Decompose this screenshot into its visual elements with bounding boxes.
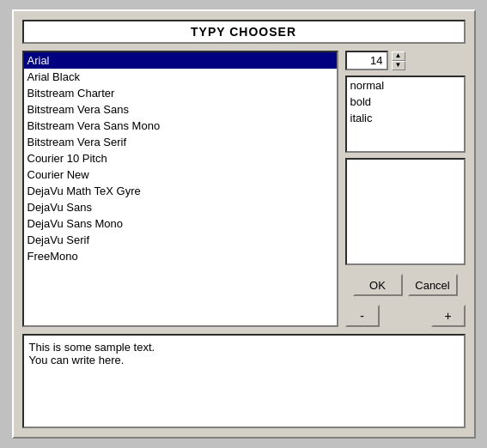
font-list-item[interactable]: DejaVu Serif [24, 232, 337, 248]
ok-button[interactable]: OK [353, 274, 403, 296]
font-list-container[interactable]: ArialArial BlackBitstream CharterBitstre… [22, 51, 338, 327]
font-list-item[interactable]: Arial [24, 52, 337, 69]
font-list-item[interactable]: DejaVu Sans [24, 199, 337, 215]
spinner-down-button[interactable]: ▼ [392, 61, 405, 70]
font-list-item[interactable]: Bitstream Vera Sans Mono [24, 118, 337, 134]
style-list-container[interactable]: normalbolditalic [345, 76, 466, 153]
plus-button[interactable]: + [431, 305, 466, 327]
style-list-item[interactable]: italic [347, 110, 464, 126]
style-list-item[interactable]: normal [347, 77, 464, 94]
preview-box [345, 158, 466, 265]
right-panel: ▲ ▼ normalbolditalic OK Cancel - + [345, 51, 466, 327]
font-list-item[interactable]: Arial Black [24, 69, 337, 85]
font-list-item[interactable]: Bitstream Charter [24, 85, 337, 101]
ok-cancel-row: OK Cancel [345, 274, 466, 296]
font-list-item[interactable]: Courier 10 Pitch [24, 150, 337, 166]
sample-text-area[interactable]: This is some sample text. You can write … [22, 334, 466, 428]
spinner: ▲ ▼ [392, 51, 405, 70]
spinner-up-button[interactable]: ▲ [392, 51, 405, 61]
font-list: ArialArial BlackBitstream CharterBitstre… [24, 52, 337, 264]
font-list-item[interactable]: DejaVu Sans Mono [24, 215, 337, 232]
font-list-item[interactable]: Bitstream Vera Serif [24, 134, 337, 150]
minus-button[interactable]: - [345, 305, 380, 327]
plus-minus-row: - + [345, 305, 466, 327]
size-input[interactable] [345, 51, 388, 70]
dialog-title: TYPY CHOOSER [191, 25, 296, 39]
style-list: normalbolditalic [347, 77, 464, 126]
style-list-item[interactable]: bold [347, 94, 464, 110]
dialog: TYPY CHOOSER ArialArial BlackBitstream C… [12, 9, 476, 439]
font-list-item[interactable]: DejaVu Math TeX Gyre [24, 183, 337, 199]
font-list-item[interactable]: FreeMono [24, 248, 337, 264]
font-list-item[interactable]: Courier New [24, 166, 337, 183]
font-list-item[interactable]: Bitstream Vera Sans [24, 101, 337, 118]
size-row: ▲ ▼ [345, 51, 466, 70]
title-bar: TYPY CHOOSER [22, 20, 466, 44]
cancel-button[interactable]: Cancel [408, 274, 458, 296]
main-content: ArialArial BlackBitstream CharterBitstre… [22, 51, 466, 327]
